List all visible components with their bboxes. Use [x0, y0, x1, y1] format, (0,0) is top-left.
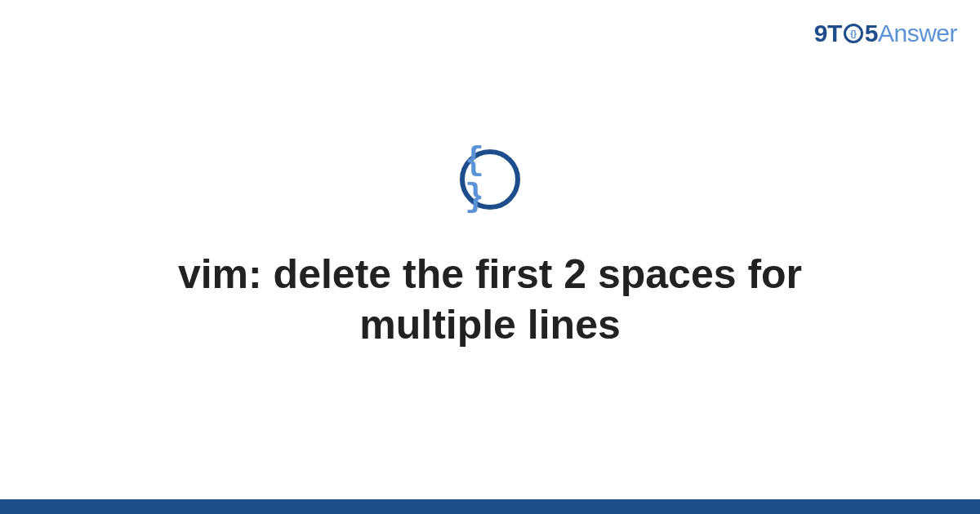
braces-icon: { } [465, 143, 515, 216]
main-content: { } vim: delete the first 2 spaces for m… [0, 0, 980, 499]
category-badge-icon: { } [460, 149, 520, 210]
question-title: vim: delete the first 2 spaces for multi… [82, 249, 898, 351]
footer-bar [0, 499, 980, 514]
